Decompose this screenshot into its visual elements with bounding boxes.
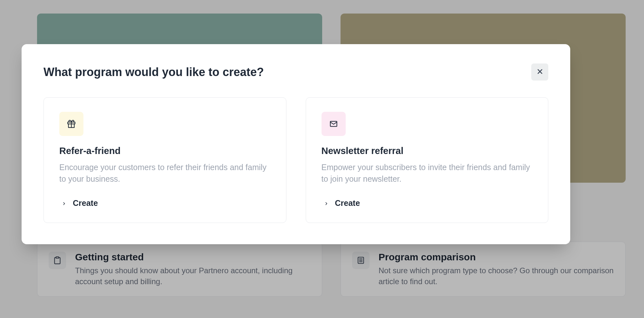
option-card-newsletter-referral[interactable]: Newsletter referral Empower your subscri… bbox=[306, 97, 549, 223]
close-icon bbox=[536, 68, 544, 76]
option-title: Newsletter referral bbox=[322, 146, 533, 156]
close-button[interactable] bbox=[531, 63, 548, 81]
option-description: Encourage your customers to refer their … bbox=[59, 161, 271, 185]
option-title: Refer-a-friend bbox=[59, 146, 271, 156]
chevron-right-icon bbox=[324, 198, 329, 208]
create-label: Create bbox=[73, 198, 98, 208]
create-button-newsletter-referral[interactable]: Create bbox=[322, 198, 360, 208]
create-button-refer-a-friend[interactable]: Create bbox=[59, 198, 98, 208]
gift-icon bbox=[59, 112, 83, 136]
chevron-right-icon bbox=[62, 198, 66, 208]
envelope-icon bbox=[322, 112, 346, 136]
create-label: Create bbox=[335, 198, 360, 208]
modal-title: What program would you like to create? bbox=[43, 65, 264, 79]
option-card-refer-a-friend[interactable]: Refer-a-friend Encourage your customers … bbox=[43, 97, 286, 223]
create-program-modal: What program would you like to create? R… bbox=[22, 44, 570, 244]
option-description: Empower your subscribers to invite their… bbox=[322, 161, 533, 185]
